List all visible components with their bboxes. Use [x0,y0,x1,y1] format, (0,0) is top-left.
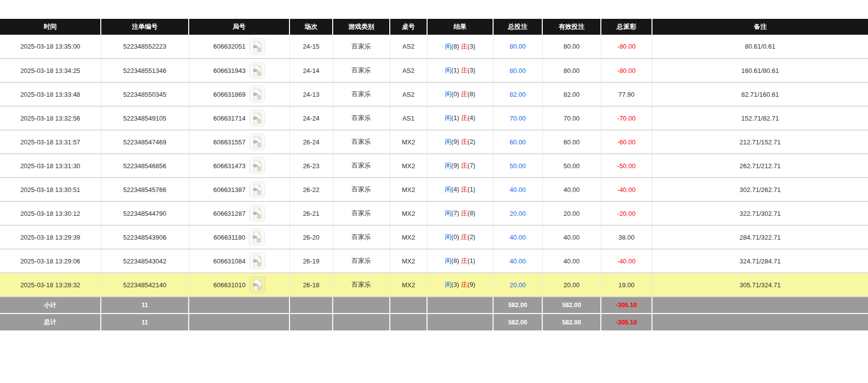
table-row[interactable]: 2025-03-18 13:30:51522348545766606631387… [0,178,868,201]
video-replay-button[interactable] [249,253,265,269]
table-row[interactable]: 2025-03-18 13:34:25522348551346606631943… [0,59,868,82]
video-replay-button[interactable] [249,86,265,103]
video-replay-button[interactable] [249,133,265,150]
round-no-cell: 606631714 [189,106,289,130]
payout-value: 77.90 [618,91,635,98]
payout-cell: 19.00 [601,273,652,297]
session-cell: 26-23 [289,154,333,178]
table-row[interactable]: 2025-03-18 13:31:30522348546856606631473… [0,154,868,178]
session-cell: 26-18 [289,273,333,297]
payout-cell: -80.00 [601,35,652,59]
result-player-label: 闲 [445,257,451,264]
round-no-cell: 606631287 [189,201,289,225]
total-bet-cell: 50.00 [493,154,542,178]
result-player-label: 闲 [445,66,451,74]
valid-bet-cell: 70.00 [542,106,601,130]
video-replay-button[interactable] [249,157,265,174]
table-row[interactable]: 2025-03-18 13:28:32522348542140606631010… [0,273,868,297]
bet-records-table: 时间注单编号局号场次游戏类别桌号结果总投注有效投注总派彩备注 2025-03-1… [0,19,868,330]
valid-bet-cell: 60.00 [542,130,601,154]
result-banker-points: (2) [467,233,475,241]
summary-payout-value: -305.10 [616,319,637,326]
summary-total-bet-cell: 582.00 [493,297,542,314]
table-no-cell: AS2 [390,82,427,106]
round-no-group: 606631387 [213,181,265,198]
total-bet-value: 40.00 [509,257,526,265]
session-cell: 26-20 [289,225,333,249]
round-no-cell: 606632051 [189,35,289,59]
round-no-group: 606631473 [213,157,265,174]
round-no-cell: 606631943 [189,59,289,82]
result-banker-label: 庄 [461,43,467,50]
column-header-total-bet: 总投注 [493,19,542,35]
column-header-valid-bet: 有效投注 [542,19,601,35]
round-no-text: 606632051 [213,43,245,50]
summary-payout-cell: -305.10 [601,297,652,314]
table-row[interactable]: 2025-03-18 13:31:57522348547469606631557… [0,130,868,154]
summary-empty-cell [289,297,333,314]
round-no-group: 606631010 [213,276,265,293]
table-row[interactable]: 2025-03-18 13:29:06522348543042606631084… [0,249,868,273]
result-banker-points: (3) [467,66,475,74]
result-banker-points: (8) [467,90,475,98]
table-row[interactable]: 2025-03-18 13:29:39522348543906606631180… [0,225,868,249]
video-replay-button[interactable] [249,38,265,55]
round-no-text: 606631387 [213,186,245,193]
video-replay-button[interactable] [249,110,265,127]
round-no-group: 606631287 [213,205,265,222]
total-bet-value: 82.00 [509,91,526,98]
table-no-cell: MX2 [390,130,427,154]
session-cell: 26-22 [289,178,333,201]
total-bet-cell: 20.00 [493,273,542,297]
payout-value: 19.00 [618,281,635,289]
result-banker-label: 庄 [461,162,467,169]
total-bet-value: 20.00 [509,281,526,289]
round-no-text: 606631869 [213,91,245,98]
round-no-cell: 606631387 [189,178,289,201]
bet-no-cell: 522348547469 [101,130,189,154]
game-type-cell: 百家乐 [333,59,390,82]
result-cell: 闲(3) 庄(9) [427,273,493,297]
table-row[interactable]: 2025-03-18 13:32:56522348549105606631714… [0,106,868,130]
video-icon [252,64,263,77]
payout-value: -50.00 [617,162,636,170]
video-icon [252,112,263,125]
payout-value: 38.00 [618,234,635,241]
video-replay-button[interactable] [249,205,265,222]
result-banker-label: 庄 [461,66,467,74]
video-replay-button[interactable] [249,229,265,246]
round-no-text: 606631943 [213,67,245,74]
bet-no-cell: 522348549105 [101,106,189,130]
video-replay-button[interactable] [249,276,265,293]
result-cell: 闲(9) 庄(7) [427,154,493,178]
result-player-label: 闲 [445,138,451,145]
video-replay-button[interactable] [249,181,265,198]
game-type-cell: 百家乐 [333,82,390,106]
table-row[interactable]: 2025-03-18 13:30:12522348544790606631287… [0,201,868,225]
payout-cell: 38.00 [601,225,652,249]
total-bet-cell: 20.00 [493,201,542,225]
video-icon [252,135,263,148]
payout-value: -70.00 [617,115,636,122]
column-header-time: 时间 [0,19,101,35]
payout-cell: -20.00 [601,201,652,225]
total-bet-value: 40.00 [509,186,526,193]
payout-value: -80.00 [617,67,636,74]
video-icon [252,40,263,53]
video-replay-button[interactable] [249,62,265,79]
result-banker-label: 庄 [461,114,467,122]
table-row[interactable]: 2025-03-18 13:33:48522348550345606631869… [0,82,868,106]
table-row[interactable]: 2025-03-18 13:35:00522348552223606632051… [0,35,868,59]
game-type-cell: 百家乐 [333,273,390,297]
payout-value: -20.00 [617,210,636,217]
round-no-text: 606631473 [213,162,245,170]
result-cell: 闲(8) 庄(3) [427,35,493,59]
result-cell: 闲(0) 庄(2) [427,225,493,249]
grand-total-row: 总计11582.00582.00-305.10 [0,314,868,330]
result-player-points: (0) [451,90,461,98]
total-bet-cell: 80.00 [493,59,542,82]
total-bet-cell: 40.00 [493,249,542,273]
summary-payout-cell: -305.10 [601,314,652,330]
round-no-cell: 606631557 [189,130,289,154]
bet-no-cell: 522348543906 [101,225,189,249]
